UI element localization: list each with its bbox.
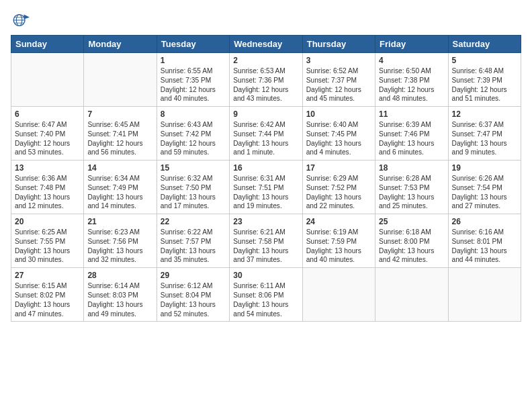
day-info: Sunrise: 6:34 AM Sunset: 7:49 PM Dayligh… — [87, 174, 152, 211]
calendar-day-10: 10Sunrise: 6:40 AM Sunset: 7:45 PM Dayli… — [302, 107, 375, 161]
day-number: 27 — [15, 271, 80, 280]
day-number: 9 — [233, 109, 298, 119]
day-number: 26 — [452, 217, 517, 226]
calendar-day-6: 6Sunrise: 6:47 AM Sunset: 7:40 PM Daylig… — [11, 107, 84, 161]
calendar-day-9: 9Sunrise: 6:42 AM Sunset: 7:44 PM Daylig… — [230, 107, 302, 161]
day-number: 24 — [306, 217, 371, 226]
day-number: 13 — [15, 163, 80, 173]
day-number: 3 — [306, 56, 371, 65]
logo-icon — [11, 11, 30, 30]
day-number: 17 — [306, 163, 371, 173]
calendar-day-2: 2Sunrise: 6:53 AM Sunset: 7:36 PM Daylig… — [230, 53, 302, 107]
day-info: Sunrise: 6:36 AM Sunset: 7:48 PM Dayligh… — [15, 174, 80, 211]
day-info: Sunrise: 6:16 AM Sunset: 8:01 PM Dayligh… — [452, 228, 517, 265]
day-info: Sunrise: 6:26 AM Sunset: 7:54 PM Dayligh… — [452, 174, 517, 211]
day-info: Sunrise: 6:19 AM Sunset: 7:59 PM Dayligh… — [306, 228, 371, 265]
calendar-day-25: 25Sunrise: 6:18 AM Sunset: 8:00 PM Dayli… — [375, 214, 448, 268]
day-info: Sunrise: 6:14 AM Sunset: 8:03 PM Dayligh… — [87, 281, 152, 318]
day-info: Sunrise: 6:40 AM Sunset: 7:45 PM Dayligh… — [306, 120, 371, 157]
day-info: Sunrise: 6:42 AM Sunset: 7:44 PM Dayligh… — [233, 120, 298, 157]
day-number: 25 — [379, 217, 444, 226]
day-info: Sunrise: 6:18 AM Sunset: 8:00 PM Dayligh… — [379, 228, 444, 265]
day-header-wednesday: Wednesday — [230, 36, 302, 53]
calendar-day-26: 26Sunrise: 6:16 AM Sunset: 8:01 PM Dayli… — [448, 214, 521, 268]
day-info: Sunrise: 6:55 AM Sunset: 7:35 PM Dayligh… — [161, 66, 226, 103]
calendar-day-17: 17Sunrise: 6:29 AM Sunset: 7:52 PM Dayli… — [302, 161, 375, 214]
day-number: 14 — [87, 163, 152, 173]
calendar-week-row: 6Sunrise: 6:47 AM Sunset: 7:40 PM Daylig… — [11, 107, 521, 161]
calendar-day-28: 28Sunrise: 6:14 AM Sunset: 8:03 PM Dayli… — [84, 268, 157, 322]
calendar-day-7: 7Sunrise: 6:45 AM Sunset: 7:41 PM Daylig… — [84, 107, 157, 161]
day-number: 7 — [87, 109, 152, 119]
day-info: Sunrise: 6:22 AM Sunset: 7:57 PM Dayligh… — [161, 228, 226, 265]
calendar-day-1: 1Sunrise: 6:55 AM Sunset: 7:35 PM Daylig… — [157, 53, 229, 107]
day-info: Sunrise: 6:21 AM Sunset: 7:58 PM Dayligh… — [233, 228, 298, 265]
day-number: 6 — [15, 109, 80, 119]
calendar-empty-cell — [375, 268, 448, 322]
calendar-empty-cell — [84, 53, 157, 107]
logo — [11, 11, 32, 30]
day-number: 15 — [161, 163, 226, 173]
calendar-week-row: 27Sunrise: 6:15 AM Sunset: 8:02 PM Dayli… — [11, 268, 521, 322]
day-number: 16 — [233, 163, 298, 173]
day-info: Sunrise: 6:15 AM Sunset: 8:02 PM Dayligh… — [15, 281, 80, 318]
calendar-empty-cell — [448, 268, 521, 322]
calendar-day-29: 29Sunrise: 6:12 AM Sunset: 8:04 PM Dayli… — [157, 268, 229, 322]
calendar-empty-cell — [302, 268, 375, 322]
day-number: 23 — [233, 217, 298, 226]
day-number: 12 — [452, 109, 517, 119]
day-header-tuesday: Tuesday — [157, 36, 229, 53]
calendar-header-row: SundayMondayTuesdayWednesdayThursdayFrid… — [11, 36, 521, 53]
day-info: Sunrise: 6:48 AM Sunset: 7:39 PM Dayligh… — [452, 66, 517, 103]
day-number: 5 — [452, 56, 517, 65]
day-number: 11 — [379, 109, 444, 119]
day-number: 28 — [87, 271, 152, 280]
day-header-monday: Monday — [84, 36, 157, 53]
calendar-day-30: 30Sunrise: 6:11 AM Sunset: 8:06 PM Dayli… — [230, 268, 302, 322]
day-info: Sunrise: 6:28 AM Sunset: 7:53 PM Dayligh… — [379, 174, 444, 211]
day-info: Sunrise: 6:23 AM Sunset: 7:56 PM Dayligh… — [87, 228, 152, 265]
day-number: 29 — [161, 271, 226, 280]
day-info: Sunrise: 6:39 AM Sunset: 7:46 PM Dayligh… — [379, 120, 444, 157]
day-number: 22 — [161, 217, 226, 226]
header — [11, 11, 521, 30]
calendar-day-20: 20Sunrise: 6:25 AM Sunset: 7:55 PM Dayli… — [11, 214, 84, 268]
day-info: Sunrise: 6:43 AM Sunset: 7:42 PM Dayligh… — [161, 120, 226, 157]
day-info: Sunrise: 6:11 AM Sunset: 8:06 PM Dayligh… — [233, 281, 298, 318]
day-info: Sunrise: 6:25 AM Sunset: 7:55 PM Dayligh… — [15, 228, 80, 265]
day-info: Sunrise: 6:45 AM Sunset: 7:41 PM Dayligh… — [87, 120, 152, 157]
calendar-day-3: 3Sunrise: 6:52 AM Sunset: 7:37 PM Daylig… — [302, 53, 375, 107]
day-header-friday: Friday — [375, 36, 448, 53]
day-number: 20 — [15, 217, 80, 226]
day-number: 19 — [452, 163, 517, 173]
calendar-day-21: 21Sunrise: 6:23 AM Sunset: 7:56 PM Dayli… — [84, 214, 157, 268]
day-info: Sunrise: 6:32 AM Sunset: 7:50 PM Dayligh… — [161, 174, 226, 211]
day-number: 30 — [233, 271, 298, 280]
calendar-day-16: 16Sunrise: 6:31 AM Sunset: 7:51 PM Dayli… — [230, 161, 302, 214]
calendar-table: SundayMondayTuesdayWednesdayThursdayFrid… — [11, 35, 521, 322]
day-number: 10 — [306, 109, 371, 119]
calendar-day-13: 13Sunrise: 6:36 AM Sunset: 7:48 PM Dayli… — [11, 161, 84, 214]
calendar-day-19: 19Sunrise: 6:26 AM Sunset: 7:54 PM Dayli… — [448, 161, 521, 214]
calendar-day-8: 8Sunrise: 6:43 AM Sunset: 7:42 PM Daylig… — [157, 107, 229, 161]
calendar-day-24: 24Sunrise: 6:19 AM Sunset: 7:59 PM Dayli… — [302, 214, 375, 268]
day-info: Sunrise: 6:50 AM Sunset: 7:38 PM Dayligh… — [379, 66, 444, 103]
day-info: Sunrise: 6:31 AM Sunset: 7:51 PM Dayligh… — [233, 174, 298, 211]
calendar-day-18: 18Sunrise: 6:28 AM Sunset: 7:53 PM Dayli… — [375, 161, 448, 214]
calendar-week-row: 13Sunrise: 6:36 AM Sunset: 7:48 PM Dayli… — [11, 161, 521, 214]
calendar-day-4: 4Sunrise: 6:50 AM Sunset: 7:38 PM Daylig… — [375, 53, 448, 107]
calendar-week-row: 20Sunrise: 6:25 AM Sunset: 7:55 PM Dayli… — [11, 214, 521, 268]
day-header-sunday: Sunday — [11, 36, 84, 53]
day-number: 2 — [233, 56, 298, 65]
calendar-day-15: 15Sunrise: 6:32 AM Sunset: 7:50 PM Dayli… — [157, 161, 229, 214]
calendar-week-row: 1Sunrise: 6:55 AM Sunset: 7:35 PM Daylig… — [11, 53, 521, 107]
day-info: Sunrise: 6:12 AM Sunset: 8:04 PM Dayligh… — [161, 281, 226, 318]
day-info: Sunrise: 6:52 AM Sunset: 7:37 PM Dayligh… — [306, 66, 371, 103]
day-info: Sunrise: 6:29 AM Sunset: 7:52 PM Dayligh… — [306, 174, 371, 211]
calendar-day-22: 22Sunrise: 6:22 AM Sunset: 7:57 PM Dayli… — [157, 214, 229, 268]
day-number: 8 — [161, 109, 226, 119]
calendar-day-12: 12Sunrise: 6:37 AM Sunset: 7:47 PM Dayli… — [448, 107, 521, 161]
calendar-day-14: 14Sunrise: 6:34 AM Sunset: 7:49 PM Dayli… — [84, 161, 157, 214]
calendar-day-5: 5Sunrise: 6:48 AM Sunset: 7:39 PM Daylig… — [448, 53, 521, 107]
day-number: 4 — [379, 56, 444, 65]
